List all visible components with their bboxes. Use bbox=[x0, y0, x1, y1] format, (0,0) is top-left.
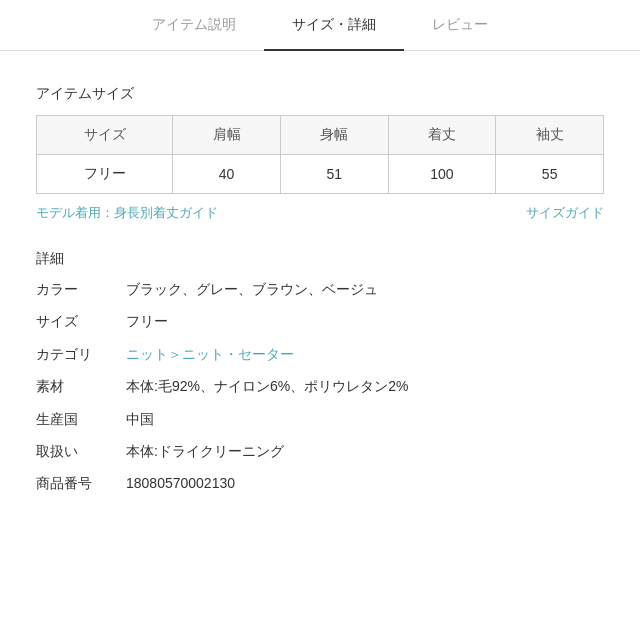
cell-body: 51 bbox=[280, 155, 388, 194]
cell-shoulder: 40 bbox=[173, 155, 281, 194]
size-section-title: アイテムサイズ bbox=[36, 85, 604, 103]
details-section: 詳細 カラー ブラック、グレー、ブラウン、ベージュ サイズ フリー カテゴリ ニ… bbox=[36, 250, 604, 495]
detail-label-care: 取扱い bbox=[36, 440, 106, 462]
cell-length: 100 bbox=[388, 155, 496, 194]
detail-value-material: 本体:毛92%、ナイロン6%、ポリウレタン2% bbox=[106, 375, 408, 397]
detail-row-size: サイズ フリー bbox=[36, 310, 604, 332]
detail-value-color: ブラック、グレー、ブラウン、ベージュ bbox=[106, 278, 378, 300]
guide-links: モデル着用：身長別着丈ガイド サイズガイド bbox=[36, 204, 604, 222]
detail-label-origin: 生産国 bbox=[36, 408, 106, 430]
tab-review[interactable]: レビュー bbox=[404, 0, 516, 50]
detail-value-product-number: 18080570002130 bbox=[106, 472, 235, 494]
detail-value-category[interactable]: ニット＞ニット・セーター bbox=[106, 343, 294, 365]
cell-size: フリー bbox=[37, 155, 173, 194]
detail-row-material: 素材 本体:毛92%、ナイロン6%、ポリウレタン2% bbox=[36, 375, 604, 397]
detail-row-origin: 生産国 中国 bbox=[36, 408, 604, 430]
detail-label-size: サイズ bbox=[36, 310, 106, 332]
size-table: サイズ 肩幅 身幅 着丈 袖丈 フリー 40 51 100 55 bbox=[36, 115, 604, 194]
model-guide-link[interactable]: モデル着用：身長別着丈ガイド bbox=[36, 204, 218, 222]
tab-bar: アイテム説明 サイズ・詳細 レビュー bbox=[0, 0, 640, 51]
detail-label-material: 素材 bbox=[36, 375, 106, 397]
col-header-size: サイズ bbox=[37, 116, 173, 155]
size-guide-link[interactable]: サイズガイド bbox=[526, 204, 604, 222]
tab-size-detail[interactable]: サイズ・詳細 bbox=[264, 0, 404, 50]
table-header-row: サイズ 肩幅 身幅 着丈 袖丈 bbox=[37, 116, 604, 155]
cell-sleeve: 55 bbox=[496, 155, 604, 194]
detail-row-category: カテゴリ ニット＞ニット・セーター bbox=[36, 343, 604, 365]
detail-label-color: カラー bbox=[36, 278, 106, 300]
table-row: フリー 40 51 100 55 bbox=[37, 155, 604, 194]
detail-row-product-number: 商品番号 18080570002130 bbox=[36, 472, 604, 494]
col-header-body: 身幅 bbox=[280, 116, 388, 155]
detail-label-category: カテゴリ bbox=[36, 343, 106, 365]
details-title: 詳細 bbox=[36, 250, 604, 268]
detail-value-size: フリー bbox=[106, 310, 168, 332]
detail-value-care: 本体:ドライクリーニング bbox=[106, 440, 284, 462]
detail-row-care: 取扱い 本体:ドライクリーニング bbox=[36, 440, 604, 462]
detail-row-color: カラー ブラック、グレー、ブラウン、ベージュ bbox=[36, 278, 604, 300]
main-content: アイテムサイズ サイズ 肩幅 身幅 着丈 袖丈 フリー 40 51 100 55… bbox=[0, 75, 640, 529]
col-header-sleeve: 袖丈 bbox=[496, 116, 604, 155]
col-header-shoulder: 肩幅 bbox=[173, 116, 281, 155]
col-header-length: 着丈 bbox=[388, 116, 496, 155]
tab-description[interactable]: アイテム説明 bbox=[124, 0, 264, 50]
detail-label-product-number: 商品番号 bbox=[36, 472, 106, 494]
detail-value-origin: 中国 bbox=[106, 408, 154, 430]
